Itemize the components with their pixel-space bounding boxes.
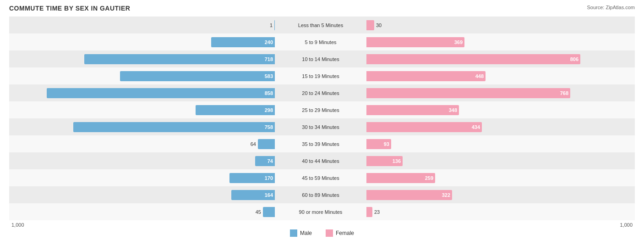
male-value: 1 (270, 22, 273, 28)
row-label: 90 or more Minutes (275, 209, 366, 215)
female-value: 369 (454, 39, 463, 45)
legend-female-box (326, 229, 333, 237)
female-bar: 136 (366, 156, 403, 166)
female-bar: 259 (366, 173, 435, 183)
legend-female-label: Female (336, 230, 354, 236)
table-row: 7440 to 44 Minutes136 (9, 152, 635, 169)
table-row: 17045 to 59 Minutes259 (9, 169, 635, 186)
female-value: 30 (376, 22, 382, 28)
male-value: 858 (265, 90, 273, 96)
male-bar: 758 (73, 122, 275, 132)
legend-male: Male (290, 229, 312, 237)
female-value: 448 (475, 73, 484, 79)
female-bar: 434 (366, 122, 482, 132)
table-row: 58315 to 19 Minutes448 (9, 67, 635, 84)
female-value: 768 (560, 90, 568, 96)
row-label: 30 to 34 Minutes (275, 124, 366, 130)
chart-container: COMMUTE TIME BY SEX IN GAUTIER Source: Z… (0, 0, 644, 240)
male-value: 164 (265, 192, 273, 198)
legend-male-label: Male (300, 230, 312, 236)
male-value: 583 (265, 73, 273, 79)
female-value: 806 (570, 56, 579, 62)
female-bar: 806 (366, 54, 580, 64)
male-value: 718 (265, 56, 273, 62)
row-label: 60 to 89 Minutes (275, 192, 366, 198)
source-text: Source: ZipAtlas.com (587, 5, 635, 10)
male-bar: 583 (120, 71, 275, 81)
table-row: 4590 or more Minutes23 (9, 203, 635, 220)
male-bar: 718 (84, 54, 275, 64)
male-value: 45 (256, 209, 261, 215)
male-bar (263, 207, 275, 217)
male-bar: 240 (211, 37, 275, 47)
female-bar (366, 20, 374, 30)
row-label: 35 to 39 Minutes (275, 141, 366, 147)
row-label: 40 to 44 Minutes (275, 158, 366, 164)
legend-female: Female (326, 229, 354, 237)
female-bar: 768 (366, 88, 570, 98)
table-row: 85820 to 24 Minutes768 (9, 84, 635, 101)
row-label: 10 to 14 Minutes (275, 56, 366, 62)
male-value: 74 (267, 158, 273, 164)
table-row: 29825 to 29 Minutes348 (9, 101, 635, 118)
axis-right: 1,000 (367, 222, 635, 228)
row-label: 15 to 19 Minutes (275, 73, 366, 79)
male-bar: 74 (255, 156, 275, 166)
row-label: 45 to 59 Minutes (275, 175, 366, 181)
female-value: 136 (393, 158, 401, 164)
male-value: 64 (251, 141, 256, 147)
male-value: 170 (265, 175, 273, 181)
female-bar: 93 (366, 139, 391, 149)
male-value: 758 (265, 124, 273, 130)
row-label: 5 to 9 Minutes (275, 39, 366, 45)
table-row: 71810 to 14 Minutes806 (9, 50, 635, 67)
chart-rows-area: 1Less than 5 Minutes302405 to 9 Minutes3… (9, 17, 635, 220)
row-label: Less than 5 Minutes (275, 22, 366, 28)
female-value: 259 (425, 175, 433, 181)
female-bar: 448 (366, 71, 486, 81)
table-row: 75830 to 34 Minutes434 (9, 118, 635, 135)
female-value: 348 (449, 107, 457, 113)
axis-row: 1,000 1,000 (9, 222, 635, 228)
female-bar: 369 (366, 37, 464, 47)
male-bar: 164 (231, 190, 275, 200)
table-row: 6435 to 39 Minutes93 (9, 135, 635, 152)
chart-title: COMMUTE TIME BY SEX IN GAUTIER (9, 5, 130, 12)
table-row: 1Less than 5 Minutes30 (9, 17, 635, 33)
male-bar (258, 139, 275, 149)
legend-male-box (290, 229, 297, 237)
female-bar: 322 (366, 190, 452, 200)
row-label: 25 to 29 Minutes (275, 107, 366, 113)
legend: Male Female (9, 229, 635, 237)
male-value: 240 (265, 39, 273, 45)
female-bar (366, 207, 372, 217)
female-bar: 348 (366, 105, 459, 115)
row-label: 20 to 24 Minutes (275, 90, 366, 96)
table-row: 16460 to 89 Minutes322 (9, 186, 635, 203)
female-value: 322 (442, 192, 450, 198)
female-value: 93 (384, 141, 389, 147)
axis-left: 1,000 (9, 222, 277, 228)
male-bar: 298 (196, 105, 275, 115)
female-value: 23 (374, 209, 380, 215)
male-bar: 170 (229, 173, 275, 183)
male-value: 298 (265, 107, 273, 113)
table-row: 2405 to 9 Minutes369 (9, 33, 635, 50)
male-bar: 858 (47, 88, 275, 98)
female-value: 434 (472, 124, 480, 130)
